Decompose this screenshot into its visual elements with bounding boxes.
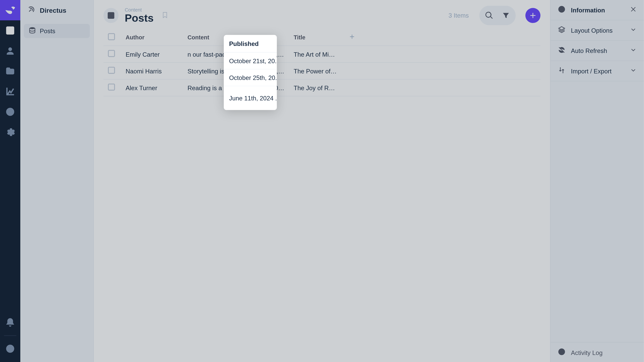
popover-header[interactable]: Published (224, 35, 277, 52)
popover-row[interactable]: October 25th, 20... (224, 69, 277, 86)
modal-overlay[interactable] (0, 0, 644, 362)
popover-row[interactable]: October 21st, 20... (224, 53, 277, 69)
popover-row[interactable]: June 11th, 2024 ... (224, 86, 277, 110)
column-popover: Published October 21st, 20... October 25… (224, 35, 277, 110)
